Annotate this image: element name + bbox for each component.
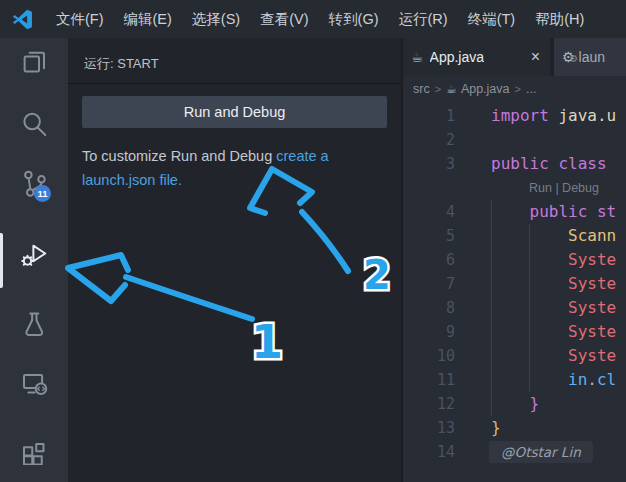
menu-run[interactable]: 运行(R) [388,0,457,38]
vscode-logo-icon [12,9,33,30]
line-number: 3 [403,152,455,176]
token [491,226,568,245]
token [607,154,617,173]
menu-edit[interactable]: 编辑(E) [114,0,182,38]
line-number: 14 [403,440,455,464]
sidebar-item-extensions[interactable] [0,435,68,479]
menu-view[interactable]: 查看(V) [250,0,318,38]
token [587,202,597,221]
title-bar: 文件(F)编辑(E)选择(S)查看(V)转到(G)运行(R)终端(T)帮助(H) [0,0,626,38]
java-icon: ☕ [411,49,424,65]
token: Scann [568,226,616,245]
sidebar-item-explorer[interactable] [0,47,68,91]
code-line: 12 } [403,392,626,416]
breadcrumb-more[interactable]: ... [526,82,536,96]
code-line: 4 public st [403,200,626,224]
source-control-badge: 11 [34,185,51,202]
token [491,202,530,221]
token: cl [597,370,616,389]
code-text: Scann [491,224,616,248]
token: public [491,154,549,173]
tab-bar: ☕ App.java × ⚙⚙ laun [403,38,626,76]
menu-goto[interactable]: 转到(G) [319,0,389,38]
line-number: 12 [403,392,455,416]
code-line: 2 [403,128,626,152]
hint-prefix: To customize Run and Debug [82,148,276,164]
token [549,154,559,173]
testing-flask-icon [19,309,49,339]
line-number: 11 [403,368,455,392]
sidebar-item-source-control[interactable]: 11 [0,168,68,212]
code-area[interactable]: 1import java.u23public class Run | Debug… [403,104,626,482]
panel-header: 运行: START [68,38,401,83]
code-text: Syste [491,344,616,368]
code-line: 14@Otstar Lin [403,440,626,464]
vscode-window: { "titlebar": { "menus": [ {"id": "file"… [0,0,626,482]
breadcrumb: src > ☕ App.java > ... [403,76,626,102]
code-text: public class [491,152,616,176]
token: Syste [568,322,616,341]
tab-launch-json[interactable]: ⚙⚙ laun [554,38,626,76]
token: } [530,394,540,413]
token: in [568,370,587,389]
sidebar-item-search[interactable] [0,109,68,153]
token: Syste [568,274,616,293]
run-debug-icon [19,240,49,270]
code-text: Syste [491,296,616,320]
codelens-row: Run | Debug [403,176,626,200]
sidebar-item-testing[interactable] [0,309,68,353]
menu-terminal[interactable]: 终端(T) [458,0,526,38]
token: Syste [568,298,616,317]
menu-bar: 文件(F)编辑(E)选择(S)查看(V)转到(G)运行(R)终端(T)帮助(H) [46,0,594,38]
code-text: public st [491,200,616,224]
token [491,274,568,293]
code-text: import java.u [491,104,616,128]
search-icon [19,109,49,139]
remote-explorer-icon [19,368,49,398]
run-and-debug-button[interactable]: Run and Debug [82,96,387,128]
breadcrumb-root[interactable]: src [413,82,430,96]
files-icon [19,47,49,77]
code-line: 7 Syste [403,272,626,296]
code-text: Syste [491,272,616,296]
token [491,322,568,341]
menu-selection[interactable]: 选择(S) [182,0,250,38]
token: . [587,370,597,389]
editor-group: ☕ App.java × ⚙⚙ laun src > ☕ App.java > … [401,38,626,482]
code-line: 1import java.u [403,104,626,128]
line-number: 1 [403,104,455,128]
line-number: 10 [403,344,455,368]
breadcrumb-file[interactable]: App.java [461,82,510,96]
panel-content: Run and Debug To customize Run and Debug… [68,83,401,192]
java-icon: ☕ [446,82,457,96]
line-number: 2 [403,128,455,152]
code-line: 5 Scann [403,224,626,248]
line-number: 9 [403,320,455,344]
line-number: 5 [403,224,455,248]
codelens-run-debug[interactable]: Run | Debug [529,176,599,200]
chevron-right-icon: > [435,83,441,95]
author-watermark: @Otstar Lin [489,441,593,463]
sidebar-item-remote-explorer[interactable] [0,368,68,412]
line-number: 7 [403,272,455,296]
code-text: Syste [491,248,616,272]
gear-icon: ⚙⚙ [562,49,574,65]
menu-file[interactable]: 文件(F) [46,0,114,38]
sidebar-item-run-debug[interactable] [0,240,68,284]
close-tab-icon[interactable]: × [529,48,542,66]
code-line: 3public class [403,152,626,176]
token: import [491,106,549,125]
run-debug-panel: 运行: START Run and Debug To customize Run… [68,38,401,482]
tab-app-java[interactable]: ☕ App.java × [403,38,550,76]
token: Syste [568,250,616,269]
token [491,394,530,413]
token: } [491,418,501,437]
line-number: 13 [403,416,455,440]
token: public [530,202,588,221]
code-line: 9 Syste [403,320,626,344]
line-number: 8 [403,296,455,320]
menu-help[interactable]: 帮助(H) [525,0,594,38]
customize-hint-text: To customize Run and Debug create a laun… [82,144,384,192]
token [491,298,568,317]
token [491,346,568,365]
